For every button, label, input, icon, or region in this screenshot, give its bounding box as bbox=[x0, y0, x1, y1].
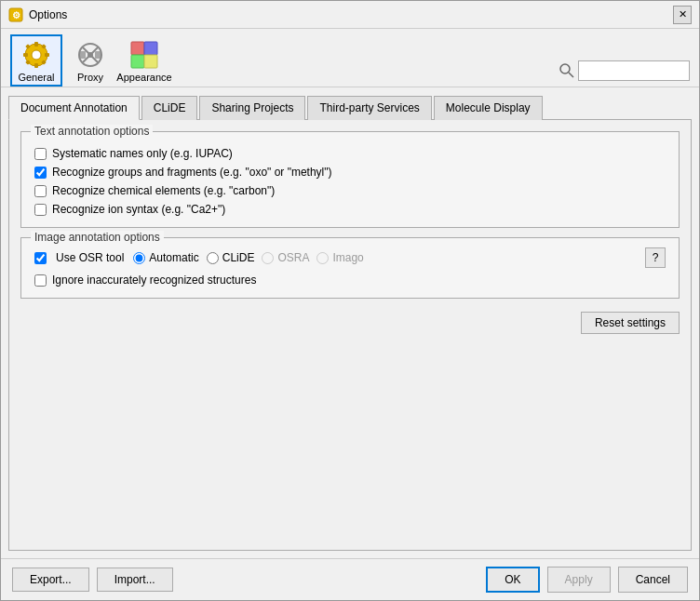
title-bar: ⚙ Options ✕ bbox=[1, 1, 699, 29]
tabs-bar: Document Annotation CLiDE Sharing Projec… bbox=[8, 95, 692, 120]
search-input[interactable] bbox=[578, 60, 690, 81]
text-annotation-title: Text annotation options bbox=[31, 125, 153, 138]
help-button[interactable]: ? bbox=[645, 247, 666, 268]
checkbox-elements: Recognize chemical elements (e.g. "carbo… bbox=[34, 184, 666, 197]
spacer bbox=[20, 343, 680, 539]
footer-left: Export... Import... bbox=[12, 568, 173, 592]
image-annotation-group: Image annotation options Use OSR tool Au… bbox=[20, 237, 680, 299]
content-area: Document Annotation CLiDE Sharing Projec… bbox=[1, 87, 699, 558]
svg-text:⚙: ⚙ bbox=[12, 10, 20, 20]
svg-point-20 bbox=[560, 64, 570, 73]
options-window: ⚙ Options ✕ bbox=[0, 0, 700, 601]
tab-sharing-projects[interactable]: Sharing Projects bbox=[199, 96, 305, 120]
checkbox-systematic: Systematic names only (e.g. IUPAC) bbox=[34, 147, 666, 160]
tab-document-annotation[interactable]: Document Annotation bbox=[8, 96, 140, 120]
import-button[interactable]: Import... bbox=[97, 568, 173, 592]
use-osr-label: Use OSR tool bbox=[56, 251, 124, 264]
automatic-radio[interactable] bbox=[133, 252, 145, 264]
radio-osra: OSRA bbox=[262, 251, 309, 264]
main-panel: Text annotation options Systematic names… bbox=[8, 120, 692, 551]
use-osr-checkbox[interactable] bbox=[34, 252, 47, 264]
footer: Export... Import... OK Apply Cancel bbox=[1, 558, 699, 600]
osr-row: Use OSR tool Automatic CLiDE OSRA bbox=[34, 247, 666, 268]
osra-label: OSRA bbox=[277, 251, 309, 264]
appearance-icon bbox=[129, 40, 159, 70]
toolbar-appearance-button[interactable]: Appearance bbox=[118, 34, 170, 87]
toolbar: General Proxy bbox=[1, 29, 699, 87]
general-label: General bbox=[18, 72, 54, 83]
groups-checkbox[interactable] bbox=[34, 167, 47, 179]
groups-label: Recognize groups and fragments (e.g. "ox… bbox=[52, 166, 332, 179]
systematic-label: Systematic names only (e.g. IUPAC) bbox=[52, 147, 233, 160]
ion-checkbox[interactable] bbox=[34, 204, 47, 216]
title-bar-left: ⚙ Options bbox=[8, 7, 67, 22]
svg-rect-5 bbox=[34, 63, 38, 68]
svg-point-3 bbox=[32, 50, 41, 60]
systematic-checkbox[interactable] bbox=[34, 148, 47, 160]
svg-rect-19 bbox=[144, 55, 157, 68]
svg-rect-6 bbox=[23, 53, 28, 57]
osr-radio-group: Automatic CLiDE OSRA Imago bbox=[133, 251, 363, 264]
toolbar-general-button[interactable]: General bbox=[10, 34, 62, 87]
radio-automatic: Automatic bbox=[133, 251, 198, 264]
ignore-checkbox-row: Ignore inaccurately recognized structure… bbox=[34, 274, 666, 287]
tab-molecule-display[interactable]: Molecule Display bbox=[434, 96, 543, 120]
appearance-label: Appearance bbox=[116, 72, 171, 83]
tab-third-party[interactable]: Third-party Services bbox=[307, 96, 431, 120]
toolbar-left: General Proxy bbox=[10, 34, 170, 87]
search-icon bbox=[559, 63, 574, 78]
svg-rect-4 bbox=[34, 42, 38, 47]
automatic-label: Automatic bbox=[149, 251, 198, 264]
ion-label: Recognize ion syntax (e.g. "Ca2+") bbox=[52, 203, 225, 216]
ignore-checkbox[interactable] bbox=[34, 274, 47, 287]
clide-radio-label: CLiDE bbox=[222, 251, 255, 264]
text-annotation-group: Text annotation options Systematic names… bbox=[20, 131, 680, 228]
proxy-label: Proxy bbox=[77, 72, 103, 83]
svg-rect-18 bbox=[131, 55, 144, 68]
tab-clide[interactable]: CLiDE bbox=[141, 96, 198, 120]
apply-button[interactable]: Apply bbox=[547, 567, 611, 593]
imago-radio bbox=[316, 252, 329, 264]
svg-rect-17 bbox=[144, 42, 157, 55]
svg-rect-14 bbox=[80, 51, 86, 59]
cancel-button[interactable]: Cancel bbox=[618, 567, 688, 593]
reset-button[interactable]: Reset settings bbox=[581, 312, 680, 334]
clide-radio[interactable] bbox=[207, 252, 219, 264]
toolbar-right bbox=[559, 60, 690, 87]
imago-label: Imago bbox=[332, 251, 363, 264]
svg-rect-16 bbox=[131, 42, 144, 55]
radio-imago: Imago bbox=[316, 251, 363, 264]
osra-radio bbox=[262, 252, 274, 264]
elements-checkbox[interactable] bbox=[34, 185, 47, 197]
reset-row: Reset settings bbox=[20, 312, 680, 334]
svg-point-13 bbox=[88, 52, 93, 58]
svg-line-21 bbox=[569, 73, 573, 77]
checkbox-groups: Recognize groups and fragments (e.g. "ox… bbox=[34, 166, 666, 179]
footer-right: OK Apply Cancel bbox=[486, 567, 688, 593]
close-button[interactable]: ✕ bbox=[673, 6, 692, 24]
svg-rect-7 bbox=[45, 53, 49, 57]
proxy-icon bbox=[75, 40, 105, 70]
toolbar-proxy-button[interactable]: Proxy bbox=[64, 34, 116, 87]
checkbox-ion: Recognize ion syntax (e.g. "Ca2+") bbox=[34, 203, 666, 216]
window-title: Options bbox=[29, 8, 67, 21]
ok-button[interactable]: OK bbox=[486, 567, 539, 593]
image-annotation-title: Image annotation options bbox=[31, 231, 164, 244]
ignore-label: Ignore inaccurately recognized structure… bbox=[52, 274, 256, 287]
export-button[interactable]: Export... bbox=[12, 568, 89, 592]
svg-rect-15 bbox=[95, 51, 101, 59]
window-icon: ⚙ bbox=[8, 7, 23, 22]
elements-label: Recognize chemical elements (e.g. "carbo… bbox=[52, 184, 275, 197]
general-icon bbox=[21, 40, 51, 70]
radio-clide: CLiDE bbox=[207, 251, 255, 264]
